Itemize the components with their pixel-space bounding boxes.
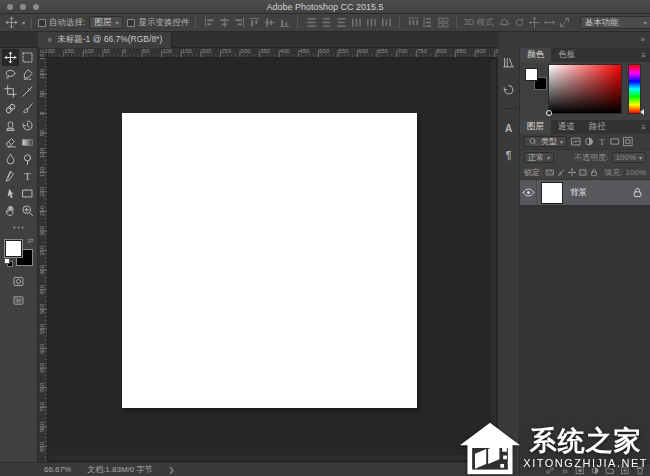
rectangle-tool[interactable] [19, 185, 36, 202]
panel-color-swatches[interactable] [525, 68, 547, 90]
lock-transparent-pixels-icon[interactable] [545, 167, 555, 177]
lock-image-pixels-icon[interactable] [556, 167, 566, 177]
panel-menu-icon[interactable]: ≡ [641, 48, 650, 62]
layers-blend-row: 正常 ▾ 不透明度: 100% ▾ [520, 150, 650, 165]
tab-paths[interactable]: 路径 [582, 120, 613, 134]
tab-channels[interactable]: 通道 [551, 120, 582, 134]
distribute-right-edges-icon[interactable] [379, 16, 393, 30]
show-transform-controls-checkbox[interactable]: 显示变换控件 [127, 17, 189, 29]
distribute-horizontal-centers-icon[interactable] [364, 16, 378, 30]
3d-roll-icon[interactable] [513, 16, 527, 30]
filter-adjustment-layers-icon[interactable] [583, 136, 595, 148]
tab-layers[interactable]: 图层 [520, 120, 551, 134]
3d-scale-icon[interactable] [558, 16, 572, 30]
layer-visibility-eye-icon[interactable] [520, 180, 537, 205]
edit-toolbar-ellipsis-icon[interactable] [2, 221, 36, 233]
foreground-color-swatch[interactable] [5, 240, 22, 257]
hue-slider[interactable] [628, 64, 641, 114]
lock-artboards-icon[interactable] [578, 167, 588, 177]
auto-select-target-dropdown[interactable]: 图层 ▾ [89, 16, 123, 29]
spot-healing-brush-tool[interactable] [2, 100, 19, 117]
close-tab-icon[interactable]: × [47, 35, 52, 45]
layer-thumbnail[interactable] [541, 182, 563, 204]
3d-slide-icon[interactable] [543, 16, 557, 30]
paragraph-panel-icon[interactable]: ¶ [501, 147, 517, 163]
zoom-window-button[interactable] [33, 4, 39, 10]
document-tab[interactable]: × 未标题-1 @ 66.7%(RGB/8*) [38, 32, 172, 48]
align-top-edges-icon[interactable] [247, 16, 261, 30]
path-selection-tool[interactable] [2, 185, 19, 202]
hand-tool[interactable] [2, 202, 19, 219]
filter-smart-objects-icon[interactable] [622, 136, 634, 148]
quick-mask-mode-button[interactable] [12, 275, 25, 288]
vertical-scrollbar[interactable] [490, 58, 497, 453]
distribute-left-edges-icon[interactable] [349, 16, 363, 30]
panel-menu-icon[interactable]: ≡ [641, 120, 650, 134]
history-brush-tool[interactable] [19, 117, 36, 134]
lock-all-icon[interactable] [589, 167, 599, 177]
filter-pixel-layers-icon[interactable] [570, 136, 582, 148]
quick-selection-tool[interactable] [19, 66, 36, 83]
saturation-brightness-field[interactable] [548, 64, 622, 114]
collapse-panels-icon[interactable]: » [641, 35, 645, 44]
3d-orbit-icon[interactable] [498, 16, 512, 30]
align-horizontal-centers-icon[interactable] [217, 16, 231, 30]
clone-stamp-tool[interactable] [2, 117, 19, 134]
zoom-level-field[interactable]: 66.67% [44, 465, 71, 474]
screen-mode-button[interactable] [12, 294, 25, 307]
crop-tool[interactable] [2, 83, 19, 100]
history-panel-icon[interactable] [501, 81, 517, 97]
blur-tool[interactable] [2, 151, 19, 168]
status-options-chevron-icon[interactable]: ❯ [169, 466, 175, 474]
distribute-horizontal-spacing-icon[interactable] [406, 16, 420, 30]
ruler-h-label: 900 [476, 48, 486, 54]
blend-mode-dropdown[interactable]: 正常 ▾ [524, 152, 554, 163]
libraries-panel-icon[interactable] [501, 54, 517, 70]
type-tool[interactable]: T [19, 168, 36, 185]
lasso-tool[interactable] [2, 66, 19, 83]
eraser-tool[interactable] [2, 134, 19, 151]
gradient-tool[interactable] [19, 134, 36, 151]
default-colors-icon[interactable] [4, 258, 13, 267]
minimize-window-button[interactable] [20, 4, 26, 10]
move-tool[interactable] [2, 49, 19, 66]
horizontal-ruler[interactable]: 2001501005005010015020025030035040045050… [48, 48, 498, 58]
vertical-ruler[interactable]: 1501005005010015020025030035040045050055… [38, 58, 48, 462]
tool-preset-caret-icon[interactable]: ▾ [22, 19, 25, 26]
brush-tool[interactable] [19, 100, 36, 117]
align-left-edges-icon[interactable] [202, 16, 216, 30]
distribute-top-edges-icon[interactable] [304, 16, 318, 30]
workspace-switcher-dropdown[interactable]: 基本功能 ▾ [580, 16, 650, 29]
document-canvas[interactable] [122, 113, 417, 408]
eyedropper-tool[interactable] [19, 83, 36, 100]
color-marker-icon[interactable] [546, 110, 552, 116]
swap-colors-icon[interactable]: ⇄ [28, 237, 34, 245]
layer-filter-type-dropdown[interactable]: 类型 ▾ [524, 136, 567, 147]
dodge-tool[interactable] [19, 151, 36, 168]
gradient-tool-icon [21, 136, 34, 149]
auto-select-checkbox[interactable]: 自动选择: [38, 17, 85, 29]
zoom-tool[interactable] [19, 202, 36, 219]
character-panel-icon[interactable]: A [501, 120, 517, 136]
pen-tool[interactable] [2, 168, 19, 185]
horizontal-scrollbar[interactable] [48, 454, 489, 461]
lock-position-icon[interactable] [567, 167, 577, 177]
opacity-dropdown[interactable]: 100% ▾ [612, 152, 646, 163]
layer-row-background[interactable]: 背景 [520, 180, 650, 206]
hue-marker-icon[interactable] [640, 109, 644, 115]
3d-pan-icon[interactable] [528, 16, 542, 30]
tab-swatches[interactable]: 色板 [551, 48, 582, 62]
align-right-edges-icon[interactable] [232, 16, 246, 30]
distribute-bottom-edges-icon[interactable] [334, 16, 348, 30]
auto-align-layers-icon[interactable] [436, 16, 450, 30]
filter-shape-layers-icon[interactable] [609, 136, 621, 148]
rectangular-marquee-tool[interactable] [19, 49, 36, 66]
tab-color[interactable]: 颜色 [520, 48, 551, 62]
distribute-vertical-centers-icon[interactable] [319, 16, 333, 30]
distribute-vertical-spacing-icon[interactable] [421, 16, 435, 30]
close-window-button[interactable] [7, 4, 13, 10]
align-vertical-centers-icon[interactable] [262, 16, 276, 30]
align-bottom-edges-icon[interactable] [277, 16, 291, 30]
color-panel [520, 62, 650, 120]
filter-type-layers-icon[interactable]: T [596, 136, 608, 148]
